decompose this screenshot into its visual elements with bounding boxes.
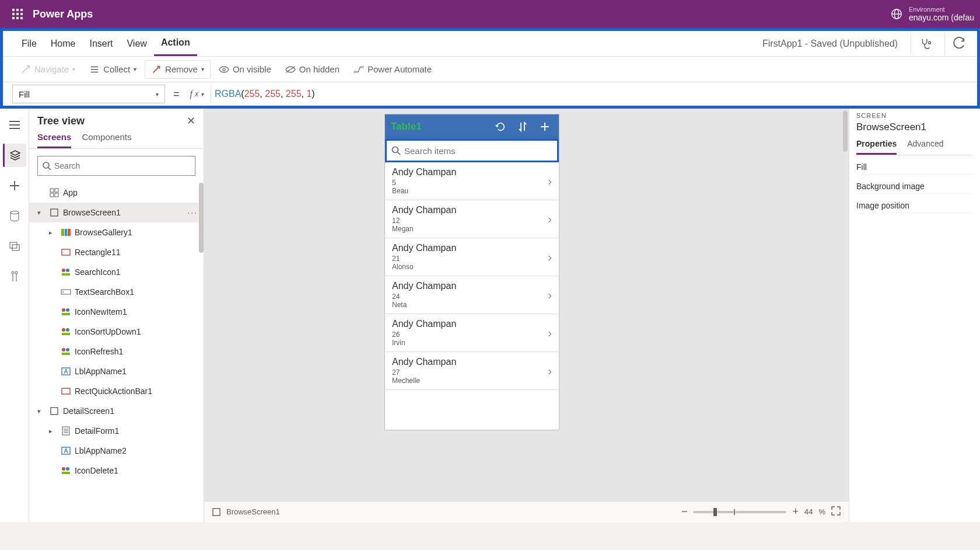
svg-rect-24 (50, 189, 54, 192)
eye-off-icon (285, 64, 296, 75)
property-selector[interactable]: Fill ▾ (12, 85, 165, 103)
undo-button[interactable] (944, 33, 965, 54)
svg-point-15 (354, 71, 356, 72)
canvas-footer: BrowseScreen1 − + 44 % (204, 501, 849, 522)
menu-file[interactable]: File (15, 31, 44, 56)
refresh-button[interactable] (492, 119, 509, 135)
tree-item[interactable]: App (29, 183, 204, 203)
zoom-out-button[interactable]: − (681, 506, 688, 518)
power-automate-button[interactable]: Power Automate (348, 61, 438, 78)
expand-toggle[interactable]: ▾ (37, 408, 46, 415)
svg-rect-18 (10, 242, 17, 248)
tree-item[interactable]: LblAppName2 (29, 441, 204, 461)
icon-icon (61, 346, 71, 357)
zoom-slider[interactable] (693, 511, 786, 513)
preview-search-box[interactable] (385, 139, 559, 162)
menu-home[interactable]: Home (44, 31, 83, 56)
environment-picker[interactable]: Environment enayu.com (defau (890, 6, 974, 22)
app-checker-button[interactable] (911, 33, 932, 54)
tree-search-input[interactable] (54, 161, 190, 170)
tree-item[interactable]: ▸BrowseGallery1 (29, 222, 204, 242)
rect-icon (61, 247, 71, 257)
navigate-button[interactable]: Navigate▾ (15, 61, 81, 78)
prop-row-image-position[interactable]: Image position (856, 194, 973, 213)
footer-breadcrumb[interactable]: BrowseScreen1 (226, 507, 280, 516)
tab-components[interactable]: Components (82, 132, 131, 148)
svg-rect-49 (51, 408, 58, 415)
expand-toggle[interactable]: ▸ (49, 427, 57, 435)
hamburger-icon (9, 121, 20, 129)
phone-screen-preview[interactable]: Table1 Andy Champan5Beau›Andy Champan12M… (385, 114, 559, 430)
tree-item[interactable]: IconNewItem1 (29, 302, 204, 322)
tree-item[interactable]: IconSortUpDown1 (29, 322, 204, 342)
list-item[interactable]: Andy Champan5Beau› (385, 162, 559, 200)
tree-search-box[interactable] (37, 156, 195, 176)
svg-rect-27 (55, 193, 58, 197)
tree-item[interactable]: ▾DetailScreen1 (29, 401, 204, 421)
preview-search-input[interactable] (404, 146, 552, 156)
list-item[interactable]: Andy Champan21Alonso› (385, 238, 559, 276)
sort-button[interactable] (514, 119, 531, 135)
add-button[interactable] (537, 119, 553, 135)
expand-toggle[interactable]: ▾ (37, 209, 46, 217)
svg-point-38 (62, 308, 65, 312)
formula-input[interactable]: RGBA(255, 255, 255, 1) (211, 85, 968, 103)
svg-rect-3 (12, 13, 15, 15)
on-visible-button[interactable]: On visible (213, 61, 277, 78)
zoom-suffix: % (818, 507, 825, 516)
tree-view-tabs: Screens Components (29, 128, 204, 149)
svg-rect-36 (61, 290, 71, 294)
tree-item-more[interactable]: ··· (187, 208, 198, 217)
tree-item[interactable]: LblAppName1 (29, 361, 204, 381)
zoom-slider-thumb[interactable] (713, 508, 717, 516)
svg-point-34 (66, 269, 69, 272)
prop-row-fill[interactable]: Fill (856, 155, 973, 175)
canvas-scrollbar-thumb[interactable] (843, 111, 848, 152)
canvas-area[interactable]: Table1 Andy Champan5Beau›Andy Champan12M… (204, 109, 849, 522)
menu-action[interactable]: Action (154, 31, 197, 56)
on-hidden-button[interactable]: On hidden (279, 61, 345, 78)
list-item[interactable]: Andy Champan27Mechelle› (385, 352, 559, 390)
prop-row-background-image[interactable]: Background image (856, 175, 973, 194)
menu-view[interactable]: View (120, 31, 153, 56)
close-panel-button[interactable]: ✕ (187, 114, 195, 127)
tree-item[interactable]: TextSearchBox1 (29, 282, 204, 302)
tab-screens[interactable]: Screens (37, 132, 71, 148)
rail-insert[interactable] (3, 174, 26, 197)
list-item[interactable]: Andy Champan26Irvin› (385, 314, 559, 352)
expand-toggle[interactable]: ▸ (49, 229, 57, 236)
fx-button[interactable]: fx ▾ (188, 89, 206, 99)
svg-point-12 (928, 41, 930, 44)
remove-button[interactable]: Remove▾ (145, 60, 211, 79)
plus-icon (9, 180, 20, 191)
chevron-right-icon: › (548, 250, 552, 264)
svg-point-17 (10, 211, 19, 214)
app-launcher-button[interactable] (6, 2, 29, 26)
tree-item[interactable]: IconRefresh1 (29, 342, 204, 361)
rail-media[interactable] (3, 235, 26, 258)
tree-item[interactable]: Rectangle11 (29, 242, 204, 262)
collect-button[interactable]: Collect▾ (83, 61, 142, 78)
tree-item-label: Rectangle11 (75, 248, 121, 257)
list-item-sub1: 21 (392, 255, 543, 263)
rail-hamburger[interactable] (3, 113, 26, 137)
rail-tools[interactable] (3, 265, 26, 288)
remove-icon (151, 64, 162, 75)
rail-tree-view[interactable] (3, 144, 26, 167)
scrollbar-thumb[interactable] (199, 183, 204, 253)
chevron-right-icon: › (548, 326, 552, 340)
chevron-down-icon: ▾ (72, 66, 75, 72)
rail-data[interactable] (3, 204, 26, 228)
tree-item[interactable]: ▾BrowseScreen1··· (29, 203, 204, 222)
tree-item[interactable]: RectQuickActionBar1 (29, 381, 204, 401)
tab-properties[interactable]: Properties (856, 139, 897, 155)
list-item[interactable]: Andy Champan12Megan› (385, 200, 559, 238)
tree-item[interactable]: SearchIcon1 (29, 262, 204, 282)
fit-to-screen-button[interactable] (831, 506, 841, 517)
menu-insert[interactable]: Insert (82, 31, 120, 56)
list-item[interactable]: Andy Champan24Neta› (385, 276, 559, 314)
tree-item[interactable]: IconDelete1 (29, 461, 204, 481)
zoom-in-button[interactable]: + (792, 506, 799, 518)
tree-item[interactable]: ▸DetailForm1 (29, 421, 204, 441)
tab-advanced[interactable]: Advanced (907, 139, 943, 155)
